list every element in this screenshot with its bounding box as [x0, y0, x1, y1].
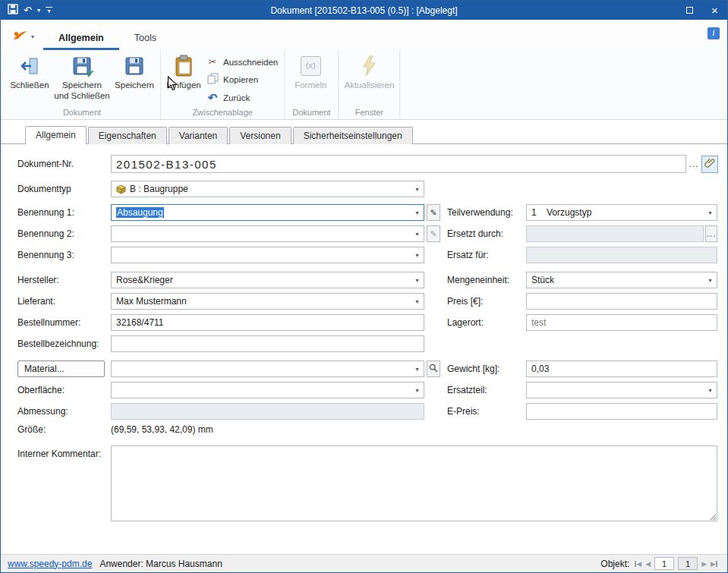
magnifier-icon [429, 364, 438, 374]
ribbon-group-zwischenablage: Einfügen ✂ Ausschneiden Kopieren ↶ [161, 50, 285, 119]
first-record-icon: ◀ [636, 560, 641, 568]
undo-dropdown-caret-icon[interactable]: ▾ [37, 8, 40, 14]
previous-record-icon: ◀ [645, 560, 651, 568]
benennung3-combo[interactable]: ▾ [111, 247, 424, 263]
ersatzteil-combo[interactable]: ▾ [526, 382, 717, 398]
dokument-nr-field[interactable]: 201502-B13-005 [111, 155, 686, 173]
benennung2-label: Benennung 2: [17, 228, 111, 239]
ribbon-tab-tools[interactable]: Tools [119, 28, 172, 50]
teilverwendung-value: Vorzugstyp [547, 207, 591, 218]
form-tabstrip: Allgemein Eigenschaften Varianten Versio… [1, 120, 727, 144]
next-record-button[interactable]: ▶ [701, 560, 707, 568]
speichern-button[interactable]: Speichern [110, 52, 159, 90]
mengeneinheit-value: Stück [531, 275, 554, 285]
dokument-nr-more-button[interactable]: ... [688, 159, 700, 169]
benennung2-edit-button[interactable]: ✎ [427, 225, 440, 242]
status-bar: www.speedy-pdm.de Anwender: Marcus Hausm… [1, 554, 727, 572]
ribbon-group-fenster: Aktualisieren Fenster [339, 50, 400, 119]
info-button[interactable]: i [708, 27, 720, 39]
gewicht-label: Gewicht [kg]: [447, 364, 526, 374]
lieferant-value: Max Mustermann [116, 296, 187, 307]
ersetzt-durch-field [526, 225, 704, 242]
kopieren-label: Kopieren [223, 75, 258, 84]
lagerort-field[interactable]: test [526, 314, 717, 331]
dokumenttyp-label: Dokumenttyp [17, 184, 111, 194]
teilverwendung-combo[interactable]: 1 Vorzugstyp ▾ [526, 204, 717, 221]
gewicht-field[interactable]: 0,03 [526, 360, 717, 377]
speedy-logo-icon [13, 30, 28, 43]
save-and-close-icon: ✓ [72, 54, 92, 78]
hersteller-combo[interactable]: Rose&Krieger ▾ [111, 272, 424, 288]
zurueck-button[interactable]: ↶ Zurück [205, 90, 282, 105]
bestellnummer-label: Bestellnummer: [17, 317, 111, 328]
interner-kommentar-textarea[interactable] [111, 445, 717, 521]
preis-label: Preis [€]: [447, 296, 526, 307]
benennung2-combo[interactable]: ▾ [111, 225, 424, 242]
ausschneiden-button[interactable]: ✂ Ausschneiden [205, 55, 282, 68]
record-total: 1 [678, 557, 698, 570]
copy-icon [206, 73, 219, 86]
dokument-nr-value: 201502-B13-005 [116, 158, 217, 171]
preis-field[interactable] [526, 293, 717, 310]
tab-varianten[interactable]: Varianten [169, 127, 228, 144]
lagerort-label: Lagerort: [447, 317, 526, 328]
e-preis-field[interactable] [526, 403, 717, 420]
kopieren-button[interactable]: Kopieren [205, 72, 282, 87]
last-record-button[interactable]: ▶ [711, 560, 717, 568]
dokumenttyp-combo[interactable]: B : Baugruppe ▾ [111, 181, 424, 197]
maximize-button[interactable] [677, 1, 702, 20]
material-button-label: Material... [24, 364, 65, 374]
previous-record-button[interactable]: ◀ [645, 560, 651, 568]
formeln-button: (x) Formeln [286, 52, 335, 90]
oberflaeche-combo[interactable]: ▾ [111, 382, 424, 398]
gewicht-value: 0,03 [531, 364, 549, 374]
close-button[interactable]: × [702, 1, 727, 20]
lieferant-label: Lieferant: [17, 296, 111, 307]
tab-versionen[interactable]: Versionen [229, 127, 291, 144]
benennung1-label: Benennung 1: [17, 207, 111, 218]
einfuegen-button[interactable]: Einfügen [162, 52, 205, 90]
quick-undo-button[interactable]: ↶ [24, 5, 32, 16]
bestellnummer-field[interactable]: 32168/4711 [111, 314, 424, 331]
ersetzt-durch-more-button[interactable]: ... [705, 225, 717, 242]
chevron-down-icon: ▾ [411, 273, 423, 287]
app-menu-button[interactable]: ▾ [7, 30, 43, 50]
chevron-down-icon: ▾ [411, 248, 423, 262]
quick-save-button[interactable] [8, 4, 18, 17]
material-search-button[interactable] [427, 360, 440, 377]
teilverwendung-code: 1 [531, 207, 547, 218]
allgemein-form: Dokument-Nr. 201502-B13-005 ... Dokument… [1, 144, 727, 554]
abmessung-field [111, 403, 424, 420]
mengeneinheit-label: Mengeneinheit: [447, 275, 526, 285]
attachment-button[interactable] [701, 156, 718, 173]
first-record-button[interactable]: ◀ [635, 560, 641, 568]
customize-toolbar-button[interactable]: ▾ [46, 7, 52, 14]
tab-eigenschaften[interactable]: Eigenschaften [88, 127, 167, 144]
group-label-zwischenablage: Zwischenablage [162, 107, 282, 119]
paperclip-icon [704, 157, 716, 171]
benennung1-value: Absaugung [116, 207, 164, 218]
einfuegen-label: Einfügen [166, 80, 200, 90]
schliessen-button[interactable]: Schließen [5, 52, 54, 90]
bestellbezeichnung-field[interactable] [111, 335, 424, 352]
dokument-nr-label: Dokument-Nr. [17, 159, 111, 169]
material-button[interactable]: Material... [17, 360, 105, 377]
dokumenttyp-value: B : Baugruppe [130, 184, 188, 194]
ribbon-tab-allgemein[interactable]: Allgemein [43, 28, 119, 50]
speedy-pdm-link[interactable]: www.speedy-pdm.de [8, 559, 92, 569]
lieferant-combo[interactable]: Max Mustermann ▾ [111, 293, 424, 310]
tab-sicherheitseinstellungen[interactable]: Sicherheitseinstellungen [293, 127, 413, 144]
last-record-bar-icon [716, 561, 717, 567]
window-title: Dokument [201502-B13-005 (0.5)] : [Abgel… [1, 5, 727, 16]
record-current-input[interactable]: 1 [654, 557, 674, 570]
close-document-icon [19, 54, 40, 78]
group-label-dokument: Dokument [5, 107, 159, 119]
tab-allgemein[interactable]: Allgemein [25, 126, 87, 144]
mengeneinheit-combo[interactable]: Stück ▾ [526, 272, 717, 288]
material-combo[interactable]: ▾ [111, 360, 424, 377]
benennung1-edit-button[interactable]: ✎ [427, 204, 440, 221]
lagerort-value: test [531, 317, 546, 328]
benennung1-combo[interactable]: Absaugung ▾ [111, 204, 424, 221]
maximize-icon [686, 7, 693, 14]
speichern-und-schliessen-button[interactable]: ✓ Speichern und Schließen [54, 52, 110, 102]
